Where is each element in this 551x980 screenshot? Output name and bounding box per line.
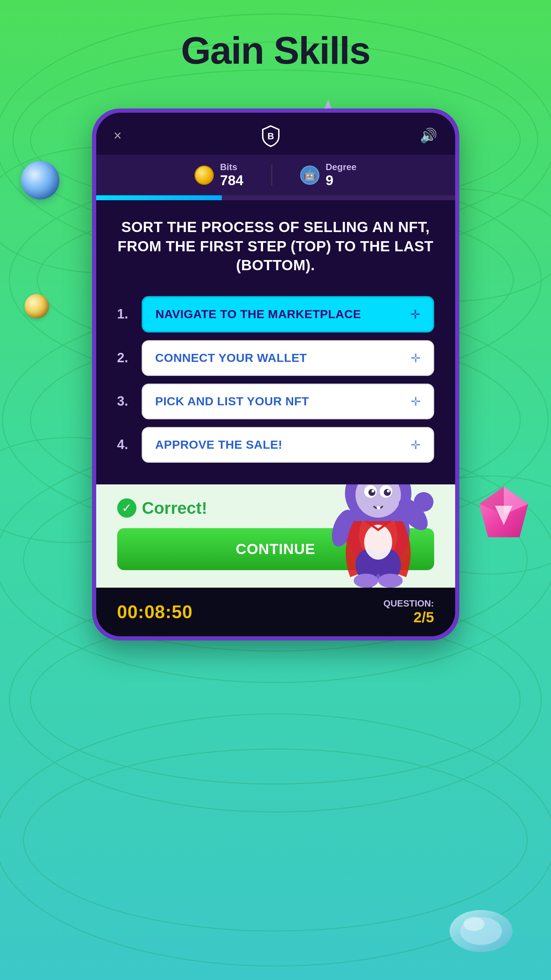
svg-point-50 (378, 574, 403, 588)
bits-coin-icon (195, 165, 214, 185)
phone-frame: × B 🔊 Bits 784 🤖 Degree (92, 108, 459, 641)
answer-text-3: PICK AND LIST YOUR NFT (155, 395, 309, 408)
sound-icon[interactable]: 🔊 (420, 127, 437, 144)
stats-bar: Bits 784 🤖 Degree 9 (96, 155, 455, 195)
question-counter-value: 2/5 (383, 609, 434, 626)
degree-avatar: 🤖 (300, 165, 319, 185)
mascot-character (312, 484, 445, 588)
svg-rect-43 (377, 506, 380, 509)
bottom-bar: 00:08:50 QUESTION: 2/5 (96, 588, 455, 636)
blue-sphere-decoration (21, 161, 59, 199)
progress-bar-fill (96, 195, 222, 200)
answer-text-1: NAVIGATE TO THE MARKETPLACE (156, 307, 361, 321)
progress-bar-track (96, 195, 455, 200)
bits-label: Bits (220, 162, 237, 173)
drag-handle-3[interactable]: ✛ (411, 395, 421, 409)
svg-point-9 (30, 616, 520, 784)
question-area: SORT THE PROCESS OF SELLING AN NFT, FROM… (96, 200, 455, 289)
degree-stat: 🤖 Degree 9 (300, 162, 356, 188)
timer-display: 00:08:50 (117, 601, 193, 622)
answer-number-2: 2. (117, 350, 135, 365)
phone-topbar: × B 🔊 (96, 113, 455, 155)
gold-sphere-decoration (24, 294, 49, 318)
answer-text-2: CONNECT YOUR WALLET (155, 351, 307, 365)
answer-button-2[interactable]: CONNECT YOUR WALLET ✛ (142, 340, 434, 376)
progress-bar-container (96, 195, 455, 200)
degree-value: 9 (326, 173, 333, 188)
answer-button-4[interactable]: APPROVE THE SALE! ✛ (142, 427, 434, 463)
bits-stat: Bits 784 (195, 162, 243, 188)
bits-value: 784 (220, 173, 243, 188)
answer-row-3: 3. PICK AND LIST YOUR NFT ✛ (117, 383, 434, 419)
answers-list: 1. NAVIGATE TO THE MARKETPLACE ✛ 2. CONN… (96, 289, 455, 484)
answer-row-4: 4. APPROVE THE SALE! ✛ (117, 427, 434, 463)
drag-handle-1[interactable]: ✛ (410, 307, 420, 321)
svg-point-49 (354, 574, 378, 588)
stats-divider (272, 164, 272, 186)
correct-text: Correct! (142, 498, 208, 518)
answer-text-4: APPROVE THE SALE! (155, 438, 283, 452)
phone-screen: × B 🔊 Bits 784 🤖 Degree (96, 113, 455, 636)
pink-gem-decoration (474, 483, 534, 542)
close-button[interactable]: × (114, 128, 122, 143)
svg-point-45 (414, 492, 433, 512)
drag-handle-2[interactable]: ✛ (411, 351, 421, 365)
answer-button-1[interactable]: NAVIGATE TO THE MARKETPLACE ✛ (142, 296, 434, 332)
app-logo: B (259, 123, 283, 148)
degree-label: Degree (326, 162, 356, 173)
holographic-crystal-decoration (446, 861, 516, 959)
svg-point-40 (387, 490, 390, 492)
svg-point-25 (464, 917, 484, 931)
drag-handle-4[interactable]: ✛ (411, 438, 421, 452)
svg-text:B: B (268, 131, 274, 142)
answer-number-1: 1. (117, 307, 135, 321)
svg-point-39 (372, 490, 374, 492)
question-text: SORT THE PROCESS OF SELLING AN NFT, FROM… (117, 218, 434, 275)
answer-row-2: 2. CONNECT YOUR WALLET ✛ (117, 340, 434, 376)
question-counter: QUESTION: 2/5 (383, 598, 434, 626)
answer-number-3: 3. (117, 394, 135, 409)
mascot-container (312, 484, 445, 588)
correct-check-icon: ✓ (117, 498, 137, 518)
answer-number-4: 4. (117, 437, 135, 452)
answer-row-1: 1. NAVIGATE TO THE MARKETPLACE ✛ (117, 296, 434, 332)
svg-point-38 (384, 489, 391, 496)
question-counter-label: QUESTION: (383, 598, 434, 609)
page-title: Gain Skills (181, 28, 370, 72)
svg-point-37 (368, 489, 375, 496)
result-panel: ✓ Correct! CONTINUE (96, 484, 455, 588)
answer-button-3[interactable]: PICK AND LIST YOUR NFT ✛ (142, 383, 434, 419)
